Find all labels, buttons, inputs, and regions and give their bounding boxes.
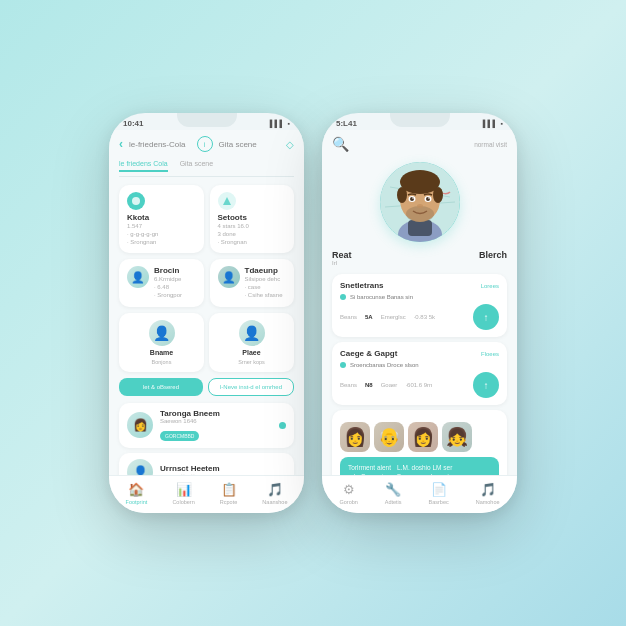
duo-card-bname: 👤 Bname Bonjons — [119, 313, 204, 372]
section-1-btn-wrap: ↑ — [473, 304, 499, 330]
svg-marker-1 — [223, 197, 231, 205]
chart-icon: 📊 — [176, 482, 192, 497]
phone-1-notch — [177, 113, 237, 127]
nav-rcpote-label: Rcpote — [220, 499, 237, 505]
tab-gita[interactable]: Gita scene — [180, 160, 213, 172]
avatars-banner-section: 👩 👴 👩 👧 Torlrment alentrole Opranzism L.… — [332, 410, 507, 475]
urrnsct-name: Urrnsct Heetem — [160, 464, 286, 473]
phone-2-notch — [390, 113, 450, 127]
section-1-header: Snetletrans Lorees — [340, 281, 499, 290]
banner-left: Torlrment alentrole Opranzism — [348, 463, 392, 475]
profile-name: Reat — [332, 250, 352, 260]
nav-footprint[interactable]: 🏠 Footprint — [126, 482, 148, 505]
card-brocin: 👤 Brocin 6.Krmidpe· 6.48· Srongpor — [119, 259, 204, 306]
stat-601: ·601.6 9rn — [405, 372, 432, 398]
avatar-4: 👧 — [442, 422, 472, 452]
phone-2-bottom-nav: ⚙ Gorobn 🔧 Adtetis 📄 Basrbec 🎵 Namohoe — [322, 475, 517, 513]
action-btn-2[interactable]: l-Neve inst-d el omrhed — [208, 378, 294, 396]
settings-icon: ⚙ — [343, 482, 355, 497]
profile-name-left: Reat Irl — [332, 250, 352, 266]
section-1-title: Snetletrans — [340, 281, 384, 290]
nav-colobern[interactable]: 📊 Colobern — [172, 482, 194, 505]
list-item-taronga[interactable]: 👩 Taronga Bneem Saewon 1646 GORCMBBD — [119, 403, 294, 448]
phone-1-status-icons: ▌▌▌ ▪ — [270, 120, 290, 127]
taronga-sub: Saewon 1646 — [160, 418, 272, 424]
banner-text-1: Torlrment alentrole Opranzism — [348, 463, 392, 475]
phones-container: 10:41 ▌▌▌ ▪ ‹ le-friedens-Cola i Gita sc… — [109, 113, 517, 513]
section-2-link[interactable]: Floees — [481, 351, 499, 357]
plaee-sub: Srner kops — [238, 359, 265, 365]
duo-card-plaee: 👤 Plaee Srner kops — [209, 313, 294, 372]
battery-icon-2: ▪ — [501, 120, 503, 127]
section-1-action-btn[interactable]: ↑ — [473, 304, 499, 330]
teal-banner: Torlrment alentrole Opranzism L.M. doshi… — [340, 457, 499, 475]
section-1-stats: Beans 5A Emerglsc ·0.83 5k ↑ — [340, 304, 499, 330]
phone-2-header: 🔍 normal visit — [332, 134, 507, 154]
section-2-desc: Sroencbanas Droce slson — [350, 362, 419, 368]
doc-icon: 📄 — [431, 482, 447, 497]
nav-gorobn[interactable]: ⚙ Gorobn — [339, 482, 357, 505]
svg-point-9 — [397, 187, 407, 203]
urrnsct-avatar: 👤 — [127, 459, 153, 475]
nav-basrbec[interactable]: 📄 Basrbec — [429, 482, 449, 505]
stat-n8: N8 — [365, 372, 373, 398]
nav-gorobn-label: Gorobn — [339, 499, 357, 505]
nav-adtetis[interactable]: 🔧 Adtetis — [385, 482, 402, 505]
profile-hero — [332, 162, 507, 242]
phone-2-status-icons: ▌▌▌ ▪ — [483, 120, 503, 127]
card-tdaeunp: 👤 Tdaeunp Silsipoe dehc· case· Csihe sfa… — [210, 259, 295, 306]
bname-avatar: 👤 — [149, 320, 175, 346]
diamond-icon: ◇ — [286, 139, 294, 150]
section-1-desc: Si barocunse Banas sin — [350, 294, 413, 300]
search-icon-large[interactable]: 🔍 — [332, 136, 349, 152]
cards-row-2: 👤 Brocin 6.Krmidpe· 6.48· Srongpor 👤 Tda… — [119, 259, 294, 306]
section-2-action-btn[interactable]: ↑ — [473, 372, 499, 398]
card-setoots: Setoots 4 stars 16.03 done· Srongnan — [210, 185, 295, 253]
back-arrow-icon[interactable]: ‹ — [119, 137, 123, 151]
duo-persons-row: 👤 Bname Bonjons 👤 Plaee Srner kops — [119, 313, 294, 372]
kkota-sub: 1.547· g-g-g-g-gn· Srongnan — [127, 223, 196, 246]
signal-icon-2: ▌▌▌ — [483, 120, 498, 127]
info-icon[interactable]: i — [197, 136, 213, 152]
setoots-icon — [218, 192, 236, 210]
list-item-urrnsct[interactable]: 👤 Urrnsct Heetem Booio · ♡ · ♡ · 4 omups — [119, 453, 294, 475]
profile-sub: Irl — [332, 260, 352, 266]
section-2-stats: Beans N8 Goaer ·601.6 9rn ↑ — [340, 372, 499, 398]
section-2-header: Caege & Gapgt Floees — [340, 349, 499, 358]
section-1-link[interactable]: Lorees — [481, 283, 499, 289]
taronga-avatar: 👩 — [127, 412, 153, 438]
nav-rcpote[interactable]: 📋 Rcpote — [220, 482, 237, 505]
profile-name-right: Blerch — [479, 250, 507, 260]
phone-2-content: 🔍 normal visit — [322, 130, 517, 475]
avatar-2: 👴 — [374, 422, 404, 452]
signal-icon: ▌▌▌ — [270, 120, 285, 127]
nav-footprint-label: Footprint — [126, 499, 148, 505]
setoots-sub: 4 stars 16.03 done· Srongnan — [218, 223, 287, 246]
stat-beans-1: Beans — [340, 304, 357, 330]
brocin-title: Brocin — [154, 266, 182, 275]
taronga-dot — [279, 422, 286, 429]
phone-1-time: 10:41 — [123, 119, 143, 128]
svg-rect-6 — [408, 220, 432, 236]
phone-1-header: ‹ le-friedens-Cola i Gita scene ◇ — [119, 134, 294, 154]
tab-friedens[interactable]: le friedens Cola — [119, 160, 168, 172]
music-icon-2: 🎵 — [480, 482, 496, 497]
tool-icon: 🔧 — [385, 482, 401, 497]
brocin-avatar: 👤 — [127, 266, 149, 288]
nav-colobern-label: Colobern — [172, 499, 194, 505]
svg-point-10 — [433, 187, 443, 203]
section-2-dot — [340, 362, 346, 368]
section-caege: Caege & Gapgt Floees Sroencbanas Droce s… — [332, 342, 507, 405]
action-buttons: let & oBsered l-Neve inst-d el omrhed — [119, 378, 294, 396]
music-icon: 🎵 — [267, 482, 283, 497]
nav-naanshoe[interactable]: 🎵 Naanshoe — [262, 482, 287, 505]
kkota-icon — [127, 192, 145, 210]
nav-adtetis-label: Adtetis — [385, 499, 402, 505]
nav-namohoe[interactable]: 🎵 Namohoe — [476, 482, 500, 505]
stat-1a: 5A — [365, 304, 373, 330]
svg-point-17 — [428, 197, 430, 199]
avatar-3: 👩 — [408, 422, 438, 452]
setoots-title: Setoots — [218, 213, 287, 222]
action-btn-1[interactable]: let & oBsered — [119, 378, 203, 396]
banner-text-2: L.M. doshio LM serBoaeor ser loc sst — [397, 463, 452, 475]
